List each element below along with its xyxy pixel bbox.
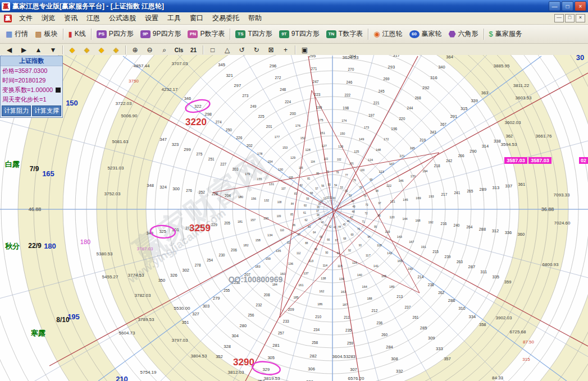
zoom-in-button[interactable]: ⊕ bbox=[128, 44, 142, 56]
nav-right-button[interactable]: ▶ bbox=[17, 44, 31, 56]
menu-item-6[interactable]: 工具 bbox=[163, 13, 185, 24]
svg-text:163: 163 bbox=[341, 290, 346, 293]
cls-button[interactable]: Cls bbox=[172, 44, 186, 56]
mdi-close-button[interactable]: × bbox=[576, 14, 585, 22]
svg-text:298: 298 bbox=[204, 112, 212, 117]
gann-wheel-chart[interactable]: 赢家财富网www.yingjiacaifu.com303132333435363… bbox=[0, 55, 588, 381]
gann-wheel-button[interactable]: ◉江恩轮 bbox=[370, 29, 405, 39]
p-square-button[interactable]: PSP四方形 bbox=[93, 29, 137, 39]
svg-text:257: 257 bbox=[278, 331, 284, 335]
menu-item-5[interactable]: 设置 bbox=[140, 13, 163, 24]
diamond-1-button[interactable]: ◆ bbox=[65, 44, 79, 56]
t-square-button[interactable]: TST四方形 bbox=[232, 29, 275, 39]
svg-text:204: 204 bbox=[225, 194, 231, 198]
svg-text:138: 138 bbox=[321, 277, 326, 280]
svg-text:352: 352 bbox=[216, 354, 223, 359]
svg-text:48: 48 bbox=[352, 210, 355, 213]
svg-text:295: 295 bbox=[309, 55, 316, 58]
rotate-ccw-button[interactable]: ↺ bbox=[235, 44, 249, 56]
menu-item-2[interactable]: 资讯 bbox=[60, 13, 82, 24]
svg-text:244: 244 bbox=[407, 106, 413, 110]
calc-resistance-button[interactable]: 计算阻力 bbox=[2, 105, 31, 116]
screen-tool-button[interactable]: ▣ bbox=[298, 44, 312, 56]
svg-text:71: 71 bbox=[362, 221, 366, 223]
sectors-button[interactable]: ▩板块 bbox=[31, 29, 61, 39]
nav-up-button[interactable]: ▲ bbox=[31, 44, 45, 56]
mdi-restore-button[interactable]: □ bbox=[565, 14, 575, 22]
svg-text:102: 102 bbox=[337, 158, 341, 161]
zoom-out-button[interactable]: ⊖ bbox=[143, 44, 157, 56]
quotes-button-icon: ▦ bbox=[6, 30, 12, 38]
svg-text:3819.53: 3819.53 bbox=[264, 376, 280, 381]
svg-text:3661.76: 3661.76 bbox=[536, 134, 552, 139]
svg-text:37: 37 bbox=[316, 210, 320, 213]
rect-tool-button[interactable]: □ bbox=[206, 44, 220, 56]
menu-item-4[interactable]: 公式选股 bbox=[104, 13, 140, 24]
menu-item-7[interactable]: 窗口 bbox=[185, 13, 208, 24]
nav-left-button[interactable]: ◀ bbox=[2, 44, 16, 56]
menu-item-8[interactable]: 交易委托 bbox=[208, 13, 244, 24]
svg-text:73: 73 bbox=[366, 204, 369, 206]
svg-text:190: 190 bbox=[408, 267, 413, 270]
menu-item-0[interactable]: 文件 bbox=[15, 13, 37, 24]
svg-text:128: 128 bbox=[306, 148, 311, 152]
toolbar-separator bbox=[484, 29, 484, 40]
svg-text:206: 206 bbox=[231, 248, 237, 252]
svg-text:4857.44: 4857.44 bbox=[134, 63, 150, 68]
triangle-tool-button[interactable]: △ bbox=[220, 44, 234, 56]
clear-tool-button[interactable]: ⊠ bbox=[264, 44, 278, 56]
svg-text:115: 115 bbox=[338, 264, 343, 268]
9p-square-button[interactable]: 9P9P四方形 bbox=[137, 29, 185, 39]
p-square-button-label: P四方形 bbox=[109, 29, 134, 39]
svg-text:276: 276 bbox=[186, 189, 192, 192]
svg-text:4232.17: 4232.17 bbox=[162, 87, 178, 92]
diamond-3-button[interactable]: ◆ bbox=[94, 44, 108, 56]
magnifier-button[interactable]: ⌕ bbox=[157, 44, 171, 56]
nav-down-button[interactable]: ▼ bbox=[46, 44, 60, 56]
rotate-cw-button[interactable]: ↻ bbox=[249, 44, 263, 56]
svg-text:263: 263 bbox=[457, 260, 463, 264]
svg-text:93: 93 bbox=[359, 244, 362, 247]
kline-button[interactable]: ▮K线 bbox=[65, 29, 89, 39]
svg-text:116: 116 bbox=[352, 261, 357, 264]
close-button[interactable]: × bbox=[575, 1, 586, 11]
diamond-2-button[interactable]: ◈ bbox=[80, 44, 94, 56]
menu-item-9[interactable]: 帮助 bbox=[244, 13, 266, 24]
gann-wheel-button-icon: ◉ bbox=[373, 30, 380, 38]
9t-square-button[interactable]: 9T9T四方形 bbox=[276, 29, 323, 39]
hexagon-button[interactable]: 六角形 bbox=[445, 29, 482, 39]
svg-text:267: 267 bbox=[440, 122, 446, 126]
svg-text:100: 100 bbox=[361, 169, 365, 172]
p-table-button[interactable]: PNP数字表 bbox=[184, 29, 228, 39]
quotes-button[interactable]: ▦行情 bbox=[2, 29, 31, 39]
calendar-21-button[interactable]: 21 bbox=[186, 44, 200, 56]
svg-text:291: 291 bbox=[450, 114, 458, 119]
svg-text:153: 153 bbox=[282, 146, 288, 149]
svg-text:193: 193 bbox=[429, 195, 434, 198]
winner-wheel-button[interactable]: 60赢家轮 bbox=[406, 29, 445, 39]
svg-text:112: 112 bbox=[297, 252, 301, 255]
svg-text:3602.03: 3602.03 bbox=[505, 120, 521, 125]
menu-item-3[interactable]: 江恩 bbox=[82, 13, 104, 24]
svg-text:7/9: 7/9 bbox=[30, 165, 39, 173]
chart-area[interactable]: 赢家财富网www.yingjiacaifu.com303132333435363… bbox=[0, 55, 588, 381]
maximize-button[interactable]: □ bbox=[562, 1, 573, 11]
svg-text:284: 284 bbox=[386, 345, 393, 350]
calc-support-button[interactable]: 计算支撑 bbox=[32, 105, 61, 116]
move-tool-button[interactable]: + bbox=[279, 44, 293, 56]
svg-text:43: 43 bbox=[334, 226, 337, 229]
winner-service-button[interactable]: $赢家服务 bbox=[486, 29, 526, 39]
diamond-4-button[interactable]: ◈ bbox=[109, 44, 123, 56]
sectors-button-icon: ▩ bbox=[35, 30, 42, 38]
svg-text:296: 296 bbox=[270, 63, 277, 68]
svg-text:314: 314 bbox=[482, 144, 489, 149]
svg-text:161: 161 bbox=[298, 283, 303, 287]
svg-text:148: 148 bbox=[376, 148, 381, 152]
t-table-button[interactable]: TNT数字表 bbox=[323, 29, 366, 39]
minimize-button[interactable]: — bbox=[549, 1, 560, 11]
gann-wheel-button-label: 江恩轮 bbox=[382, 29, 403, 39]
menu-item-1[interactable]: 浏览 bbox=[37, 13, 60, 24]
coef-row: 变换系数=1.00000 bbox=[1, 85, 62, 95]
mdi-minimize-button[interactable]: — bbox=[554, 14, 564, 22]
step-spin-box[interactable] bbox=[56, 88, 61, 93]
